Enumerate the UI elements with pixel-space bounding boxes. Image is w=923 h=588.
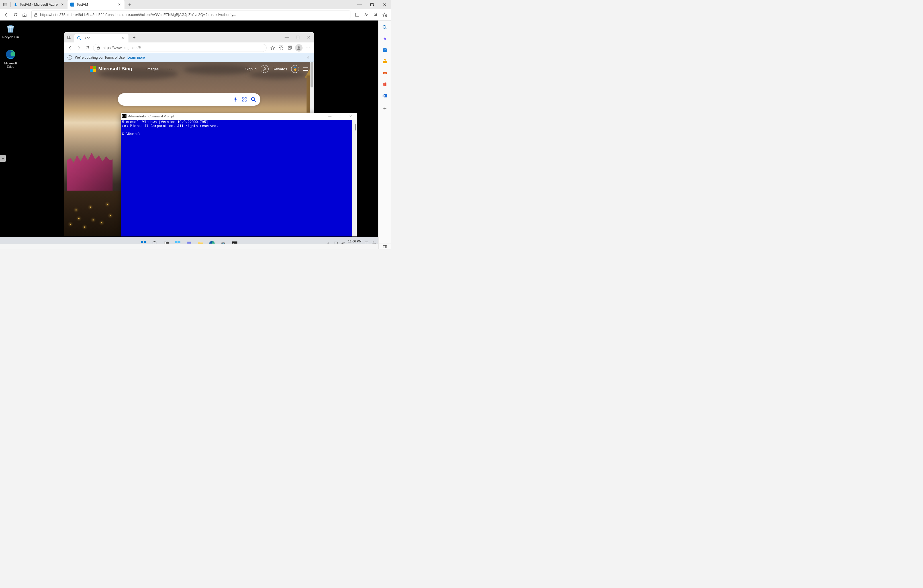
info-icon: i bbox=[67, 55, 72, 60]
svg-rect-19 bbox=[144, 241, 146, 243]
svg-rect-3 bbox=[371, 4, 373, 6]
lock-icon bbox=[96, 46, 100, 50]
zoom-icon[interactable] bbox=[371, 10, 380, 20]
svg-rect-26 bbox=[178, 241, 180, 243]
bing-logo[interactable]: Microsoft Bing bbox=[90, 66, 132, 72]
cmd-titlebar[interactable]: C:\ Administrator: Command Prompt — ☐ ✕ bbox=[121, 113, 356, 120]
inner-new-tab-button[interactable]: ＋ bbox=[130, 33, 138, 41]
back-button[interactable] bbox=[2, 10, 11, 20]
inner-tab-title: Bing bbox=[84, 36, 120, 40]
read-aloud-icon[interactable]: A» bbox=[362, 10, 371, 20]
edge-icon bbox=[5, 49, 16, 60]
inner-close-button[interactable]: ✕ bbox=[303, 32, 314, 43]
svg-point-17 bbox=[251, 97, 255, 101]
favorites-icon[interactable] bbox=[380, 10, 389, 20]
bing-rewards-link[interactable]: Rewards bbox=[273, 67, 287, 71]
inner-profile-icon[interactable] bbox=[295, 44, 302, 52]
edge-shortcut-icon[interactable]: Microsoft Edge bbox=[0, 49, 21, 68]
bing-signin-link[interactable]: Sign in bbox=[245, 67, 257, 71]
sidebar-games-icon[interactable] bbox=[380, 68, 389, 77]
bing-more-menu[interactable]: ··· bbox=[167, 66, 172, 72]
cmd-close-button[interactable]: ✕ bbox=[345, 113, 356, 120]
bastion-panel-toggle[interactable]: » bbox=[0, 155, 6, 162]
terms-banner: i We're updating our Terms of Use. Learn… bbox=[64, 53, 314, 62]
bing-searchbox bbox=[118, 93, 260, 106]
search-icon bbox=[77, 36, 81, 40]
recycle-bin-label: Recycle Bin bbox=[0, 35, 21, 39]
inner-favorites-icon[interactable] bbox=[277, 44, 286, 52]
sidebar-discover-icon[interactable] bbox=[380, 34, 389, 43]
azure-icon bbox=[13, 3, 17, 7]
close-icon[interactable]: ✕ bbox=[60, 2, 65, 7]
inner-tab-bing[interactable]: Bing ✕ bbox=[74, 34, 128, 43]
home-button[interactable] bbox=[20, 10, 29, 20]
svg-rect-1 bbox=[5, 3, 7, 6]
bin-icon bbox=[5, 23, 16, 34]
svg-rect-25 bbox=[175, 241, 177, 243]
inner-address-bar[interactable]: https://www.bing.com/# bbox=[93, 44, 267, 52]
cmd-icon: C:\ bbox=[122, 114, 126, 118]
side-pane-toggle[interactable] bbox=[378, 243, 391, 249]
svg-rect-38 bbox=[383, 95, 385, 97]
host-status-bar bbox=[0, 243, 378, 249]
search-input[interactable] bbox=[123, 97, 231, 102]
search-icon[interactable] bbox=[249, 95, 258, 104]
inner-maximize-button[interactable]: ☐ bbox=[292, 32, 303, 43]
inner-minimize-button[interactable]: — bbox=[281, 32, 292, 43]
outer-tabbar: TestVM - Microsoft Azure ✕ TestVM ✕ ＋ — … bbox=[0, 0, 391, 9]
inner-back-button[interactable] bbox=[66, 44, 74, 52]
close-button[interactable]: ✕ bbox=[378, 0, 391, 9]
inner-menu-button[interactable]: ··· bbox=[304, 44, 312, 52]
close-icon[interactable]: ✕ bbox=[305, 54, 310, 61]
inner-refresh-button[interactable] bbox=[83, 44, 92, 52]
tab-azure-title: TestVM - Microsoft Azure bbox=[20, 3, 59, 7]
svg-rect-4 bbox=[35, 15, 37, 16]
sidebar-office-icon[interactable] bbox=[380, 80, 389, 89]
cmd-body[interactable]: Microsoft Windows [Version 10.0.22000.79… bbox=[121, 120, 356, 237]
bing-logo-text: Microsoft Bing bbox=[98, 66, 132, 72]
command-prompt-window: C:\ Administrator: Command Prompt — ☐ ✕ … bbox=[121, 113, 356, 237]
remote-viewport[interactable]: Recycle Bin Microsoft Edge » bbox=[0, 21, 378, 249]
sidebar-shopping-icon[interactable] bbox=[380, 46, 389, 55]
bing-header: Microsoft Bing Images ··· Sign in Reward… bbox=[64, 62, 314, 76]
app-mode-icon[interactable] bbox=[353, 10, 362, 20]
edge-sidebar: ＋ bbox=[378, 21, 391, 249]
sidebar-add-button[interactable]: ＋ bbox=[380, 104, 389, 113]
tab-actions-button[interactable] bbox=[0, 0, 10, 9]
cmd-minimize-button[interactable]: — bbox=[325, 113, 335, 120]
mic-icon[interactable] bbox=[231, 95, 240, 104]
microsoft-logo-icon bbox=[90, 66, 96, 72]
close-icon[interactable]: ✕ bbox=[121, 36, 126, 41]
cmd-scrollbar[interactable] bbox=[352, 120, 356, 237]
clock-time: 11:06 PM bbox=[348, 240, 361, 243]
recycle-bin-icon[interactable]: Recycle Bin bbox=[0, 23, 21, 39]
sidebar-outlook-icon[interactable] bbox=[380, 91, 389, 100]
sidebar-search-icon[interactable] bbox=[380, 23, 389, 32]
hamburger-icon[interactable] bbox=[303, 67, 308, 71]
inner-collections-icon[interactable] bbox=[286, 44, 294, 52]
inner-tab-actions-button[interactable] bbox=[64, 32, 74, 43]
tab-bastion[interactable]: TestVM ✕ bbox=[67, 0, 125, 9]
inner-address-url: https://www.bing.com/# bbox=[103, 46, 141, 50]
svg-point-16 bbox=[243, 99, 245, 100]
rewards-icon[interactable]: 🏅 bbox=[291, 65, 299, 73]
inner-star-icon[interactable] bbox=[268, 44, 277, 52]
tou-link[interactable]: Learn more bbox=[127, 56, 145, 59]
content-area: Recycle Bin Microsoft Edge » bbox=[0, 21, 391, 249]
camera-icon[interactable] bbox=[240, 95, 249, 104]
cmd-maximize-button[interactable]: ☐ bbox=[335, 113, 345, 120]
user-icon[interactable] bbox=[261, 65, 269, 73]
castle-graphic bbox=[64, 114, 121, 236]
cmd-title-text: Administrator: Command Prompt bbox=[128, 115, 174, 118]
sidebar-tools-icon[interactable] bbox=[380, 57, 389, 66]
new-tab-button[interactable]: ＋ bbox=[126, 0, 134, 8]
bing-images-link[interactable]: Images bbox=[146, 67, 159, 71]
refresh-button[interactable] bbox=[11, 10, 20, 20]
svg-rect-5 bbox=[356, 13, 359, 16]
tab-azure[interactable]: TestVM - Microsoft Azure ✕ bbox=[10, 0, 67, 9]
close-icon[interactable]: ✕ bbox=[117, 2, 122, 7]
maximize-button[interactable] bbox=[366, 0, 378, 9]
minimize-button[interactable]: — bbox=[353, 0, 366, 9]
address-bar[interactable]: https://bst-c375b4cb-e48d-b6ba3dc52fbf.b… bbox=[31, 10, 350, 19]
svg-rect-9 bbox=[67, 36, 69, 39]
